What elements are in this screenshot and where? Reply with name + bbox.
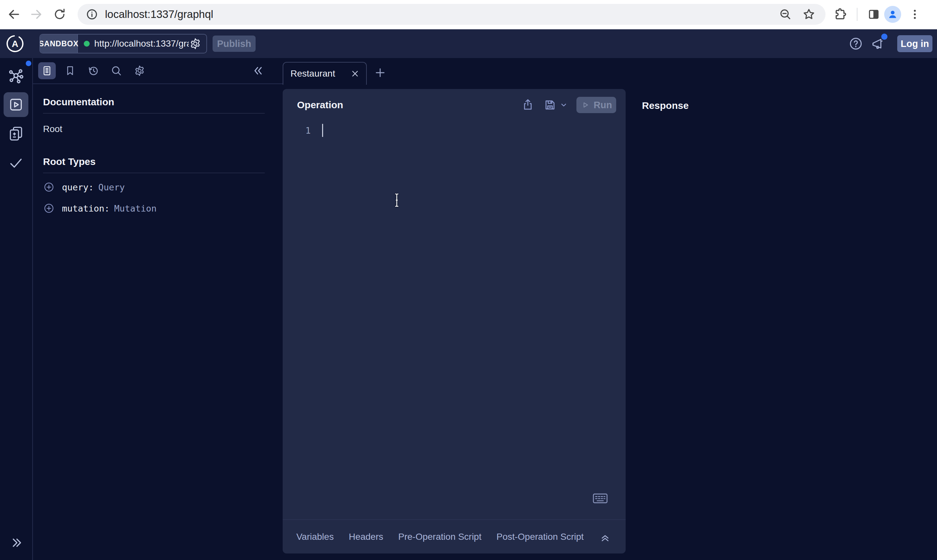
circle-plus-icon[interactable] — [43, 181, 55, 193]
announcement-badge — [881, 34, 888, 40]
collapse-docs-button[interactable] — [249, 62, 267, 79]
save-icon — [543, 98, 557, 112]
search-button[interactable] — [108, 62, 125, 79]
root-types-divider — [43, 173, 265, 173]
collapse-left-icon — [252, 64, 265, 77]
saved-operations-button[interactable] — [61, 62, 79, 79]
operation-panel: Operation Run 1 Variables Headers — [283, 89, 626, 554]
screen: localhost:1337/graphql A SANDBOX — [0, 0, 937, 560]
footer-tab-post-operation-script[interactable]: Post-Operation Script — [497, 532, 584, 542]
circle-plus-icon[interactable] — [43, 202, 55, 214]
extensions-icon — [833, 7, 848, 22]
reload-icon — [53, 8, 66, 21]
docs-divider — [43, 113, 265, 114]
keyboard-shortcuts-button[interactable] — [592, 492, 608, 505]
text-cursor — [392, 193, 402, 208]
docs-tab-button[interactable] — [38, 62, 56, 79]
profile-avatar[interactable] — [884, 6, 901, 23]
operation-footer: Variables Headers Pre-Operation Script P… — [283, 519, 626, 554]
operation-editor[interactable] — [332, 124, 619, 482]
publish-button[interactable]: Publish — [212, 35, 255, 52]
back-button[interactable] — [6, 7, 21, 22]
nav-checks[interactable] — [8, 154, 24, 171]
docs-title: Documentation — [43, 97, 283, 108]
browser-toolbar: localhost:1337/graphql — [0, 0, 937, 29]
operation-title: Operation — [297, 99, 343, 111]
menu-kebab-icon — [908, 8, 922, 21]
reload-button[interactable] — [53, 8, 66, 21]
svg-text:A: A — [12, 39, 18, 49]
expand-right-icon — [9, 535, 23, 550]
explorer-icon — [8, 97, 24, 113]
zoom-out-icon[interactable] — [779, 8, 792, 21]
close-icon — [350, 68, 360, 79]
save-options-button[interactable] — [560, 101, 568, 109]
field-name[interactable]: query: — [62, 182, 94, 192]
connection-status-dot — [84, 41, 90, 47]
endpoint-url[interactable]: http://localhost:1337/gra... — [94, 38, 189, 49]
save-button[interactable] — [543, 98, 557, 112]
docs-icon — [41, 65, 53, 77]
explorer-settings-button[interactable] — [131, 62, 148, 79]
response-title: Response — [642, 100, 937, 111]
expand-footer-button[interactable] — [599, 531, 611, 543]
forward-button[interactable] — [29, 7, 44, 22]
docs-toolbar — [33, 58, 283, 84]
forward-icon — [29, 7, 44, 22]
browser-menu-button[interactable] — [908, 8, 922, 21]
endpoint-field[interactable]: http://localhost:1337/gra... — [78, 35, 206, 53]
gear-icon[interactable] — [189, 37, 202, 50]
close-tab-button[interactable] — [350, 68, 360, 79]
footer-tab-variables[interactable]: Variables — [296, 532, 334, 542]
share-icon — [521, 98, 535, 112]
announcements-button[interactable] — [871, 36, 885, 51]
extensions-button[interactable] — [833, 7, 848, 22]
login-button[interactable]: Log in — [897, 35, 932, 52]
root-types-title: Root Types — [43, 156, 283, 167]
footer-tab-headers[interactable]: Headers — [349, 532, 383, 542]
history-icon — [87, 65, 100, 77]
side-panel-button[interactable] — [866, 7, 881, 22]
nav-changelog[interactable] — [7, 125, 25, 142]
help-icon — [848, 36, 863, 51]
back-icon — [6, 7, 21, 22]
tab-label: Restaurant — [291, 68, 335, 79]
nav-explorer-active[interactable] — [4, 92, 28, 117]
field-type-link[interactable]: Query — [98, 182, 125, 192]
checklist-icon — [8, 154, 24, 171]
chevrons-up-icon — [599, 531, 611, 543]
bookmark-icon — [64, 65, 76, 77]
run-button[interactable]: Run — [576, 97, 616, 113]
help-button[interactable] — [848, 36, 863, 51]
apollo-logo[interactable]: A — [6, 35, 24, 53]
editor-caret — [322, 124, 323, 137]
operation-tab-restaurant[interactable]: Restaurant — [283, 62, 367, 85]
history-button[interactable] — [85, 62, 102, 79]
field-type-link[interactable]: Mutation — [114, 203, 157, 214]
field-name[interactable]: mutation: — [62, 203, 109, 214]
root-type-row-mutation[interactable]: mutation: Mutation — [43, 201, 283, 215]
url-bar[interactable]: localhost:1337/graphql — [78, 4, 826, 25]
left-nav-rail — [0, 58, 33, 560]
run-label: Run — [594, 100, 612, 111]
add-tab-icon — [374, 66, 386, 79]
share-button[interactable] — [521, 98, 535, 112]
bookmark-star-icon[interactable] — [802, 8, 816, 21]
schema-notification-dot — [26, 61, 31, 66]
info-icon[interactable] — [85, 8, 98, 21]
nav-schema[interactable] — [6, 67, 25, 86]
settings-gear-icon — [133, 65, 146, 77]
diff-icon — [7, 125, 25, 142]
root-type-row-query[interactable]: query: Query — [43, 180, 283, 194]
response-panel: Response — [626, 84, 937, 560]
endpoint-group: SANDBOX http://localhost:1337/gra... — [40, 34, 207, 54]
operation-actions: Run — [521, 97, 616, 113]
footer-tab-pre-operation-script[interactable]: Pre-Operation Script — [398, 532, 482, 542]
chevron-down-icon — [560, 101, 568, 109]
add-tab-button[interactable] — [374, 66, 386, 79]
toolbar-divider — [857, 8, 857, 21]
docs-root-breadcrumb: Root — [43, 124, 283, 134]
editor-line-number: 1 — [296, 124, 311, 138]
url-text[interactable]: localhost:1337/graphql — [105, 8, 213, 20]
expand-rail-button[interactable] — [9, 535, 23, 550]
